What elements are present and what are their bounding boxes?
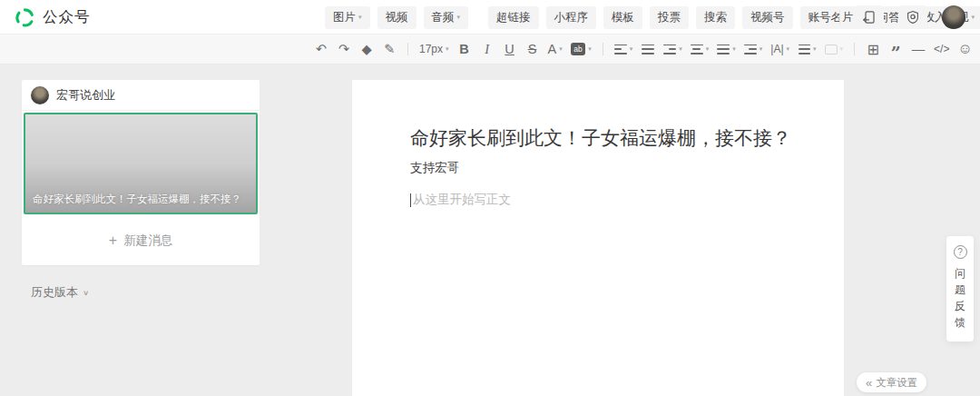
- article-title-input[interactable]: 命好家长刷到此文！子女福运爆棚，接不接？: [410, 125, 791, 151]
- divider: [407, 43, 408, 55]
- font-size-dropdown[interactable]: 17px: [417, 38, 451, 60]
- indent-button[interactable]: [742, 38, 765, 60]
- menu-item-image[interactable]: 图片: [325, 6, 370, 29]
- account-protection-button[interactable]: [898, 5, 927, 29]
- indent-icon: [744, 45, 757, 54]
- bullet-list-button[interactable]: [796, 38, 818, 60]
- feedback-tab[interactable]: ? 问题反馈: [946, 236, 974, 342]
- highlight-icon: ab: [571, 43, 585, 55]
- bold-button[interactable]: B: [456, 38, 474, 60]
- menu-item-hyperlink[interactable]: 超链接: [488, 6, 539, 29]
- article-author-input[interactable]: 支持宏哥: [410, 160, 791, 176]
- emoji-button[interactable]: ☺: [956, 38, 974, 60]
- body-placeholder: 从这里开始写正文: [413, 192, 511, 208]
- article-settings-button[interactable]: « 文章设置: [857, 372, 926, 392]
- shield-at-icon: [906, 10, 920, 25]
- highlight-color-button[interactable]: ab: [569, 38, 593, 60]
- history-versions-button[interactable]: 历史版本 ∨: [31, 284, 89, 301]
- redo-button[interactable]: ↷: [335, 38, 353, 60]
- brand: 公众号: [15, 0, 91, 35]
- plus-icon: +: [109, 233, 117, 248]
- insert-object-button: [823, 38, 846, 60]
- clear-format-button[interactable]: ◆: [358, 38, 376, 60]
- bullet-list-icon: [798, 45, 810, 54]
- align-justify-icon: [642, 45, 654, 54]
- format-toolbar: ↶ ↷ ◆ ✎ 17px B I U S A ab |A|: [0, 35, 980, 64]
- question-mark-icon: ?: [954, 245, 967, 259]
- font-color-button[interactable]: A: [546, 38, 564, 60]
- menu-item-mini-program[interactable]: 小程序: [546, 6, 597, 29]
- article-editor: 命好家长刷到此文！子女福运爆棚，接不接？ 支持宏哥 从这里开始写正文: [352, 80, 844, 396]
- article-body-input[interactable]: 从这里开始写正文: [410, 192, 791, 208]
- italic-button[interactable]: I: [478, 38, 496, 60]
- document-import-icon: [862, 10, 877, 25]
- line-height-icon: [717, 45, 730, 54]
- align-left-icon: [614, 45, 627, 54]
- wechat-oa-logo-icon: [15, 7, 35, 28]
- align-left-button[interactable]: [612, 38, 635, 60]
- menu-item-vote[interactable]: 投票: [650, 6, 689, 29]
- strikethrough-button[interactable]: S: [524, 38, 542, 60]
- history-label: 历史版本: [31, 284, 78, 301]
- blockquote-button[interactable]: ”: [887, 38, 905, 60]
- user-avatar[interactable]: [942, 5, 965, 29]
- align-center-icon: [691, 45, 703, 54]
- menu-item-template[interactable]: 模板: [603, 6, 642, 29]
- align-justify-button[interactable]: [689, 38, 711, 60]
- undo-button[interactable]: ↶: [312, 38, 330, 60]
- code-button[interactable]: </>: [932, 38, 951, 60]
- divider: [603, 43, 603, 55]
- letter-spacing-button[interactable]: |A|: [769, 38, 791, 60]
- menu-item-channels[interactable]: 视频号: [742, 6, 793, 29]
- feedback-label: 问题反馈: [954, 265, 966, 331]
- app-title: 公众号: [43, 7, 91, 27]
- line-height-button[interactable]: [715, 38, 738, 60]
- align-right-button[interactable]: [662, 38, 684, 60]
- align-center-button[interactable]: [639, 38, 657, 60]
- format-painter-button[interactable]: ✎: [380, 38, 398, 60]
- menu-item-search[interactable]: 搜索: [696, 6, 735, 29]
- align-right-icon: [663, 45, 676, 54]
- divider: [854, 43, 855, 55]
- underline-button[interactable]: U: [501, 38, 519, 60]
- account-avatar: [31, 86, 49, 104]
- draft-article-card[interactable]: 命好家长刷到此文！子女福运爆棚，接不接？: [24, 113, 258, 214]
- horizontal-rule-button[interactable]: —: [909, 38, 927, 60]
- account-name: 宏哥说创业: [56, 87, 115, 104]
- disabled-object-icon: [825, 45, 838, 54]
- draft-sidebar: 宏哥说创业 命好家长刷到此文！子女福运爆棚，接不接？ + 新建消息: [22, 80, 260, 265]
- draft-card-title: 命好家长刷到此文！子女福运爆棚，接不接？: [33, 193, 250, 206]
- double-chevron-left-icon: «: [866, 377, 872, 389]
- chevron-down-icon: ∨: [83, 289, 89, 297]
- wechat-official-account-editor: 公众号 图片 视频 音频 超链接 小程序 模板 投票 搜索 视频号 账号名片 问…: [0, 0, 980, 396]
- account-row: 宏哥说创业: [22, 80, 260, 111]
- divider: [839, 10, 840, 25]
- top-bar: 公众号 图片 视频 音频 超链接 小程序 模板 投票 搜索 视频号 账号名片 问…: [0, 0, 980, 35]
- top-right-actions: [839, 0, 965, 35]
- table-button[interactable]: ⊞: [864, 38, 882, 60]
- text-cursor: [410, 193, 411, 207]
- menu-item-audio[interactable]: 音频: [424, 6, 469, 29]
- new-message-label: 新建消息: [123, 233, 172, 249]
- menu-item-video[interactable]: 视频: [377, 6, 416, 29]
- new-message-button[interactable]: + 新建消息: [22, 216, 260, 265]
- import-document-button[interactable]: [855, 5, 884, 29]
- article-settings-label: 文章设置: [876, 376, 917, 390]
